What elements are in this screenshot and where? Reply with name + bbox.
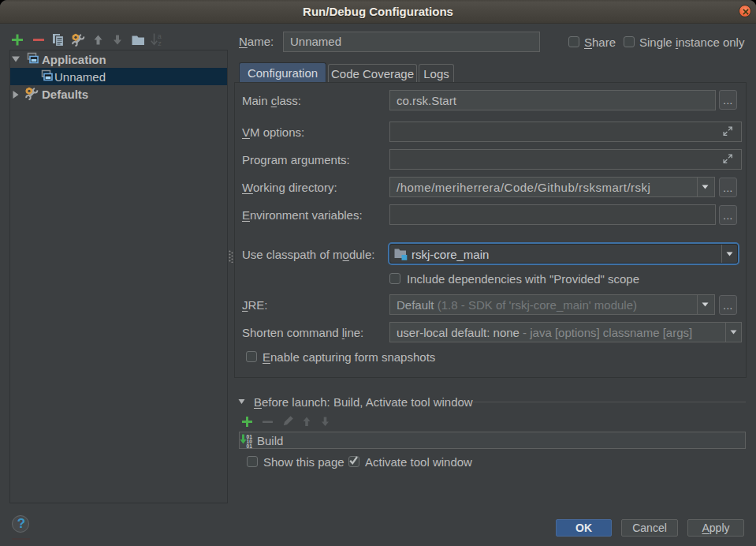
svg-text:z: z	[158, 39, 162, 47]
svg-text:01: 01	[247, 443, 253, 448]
